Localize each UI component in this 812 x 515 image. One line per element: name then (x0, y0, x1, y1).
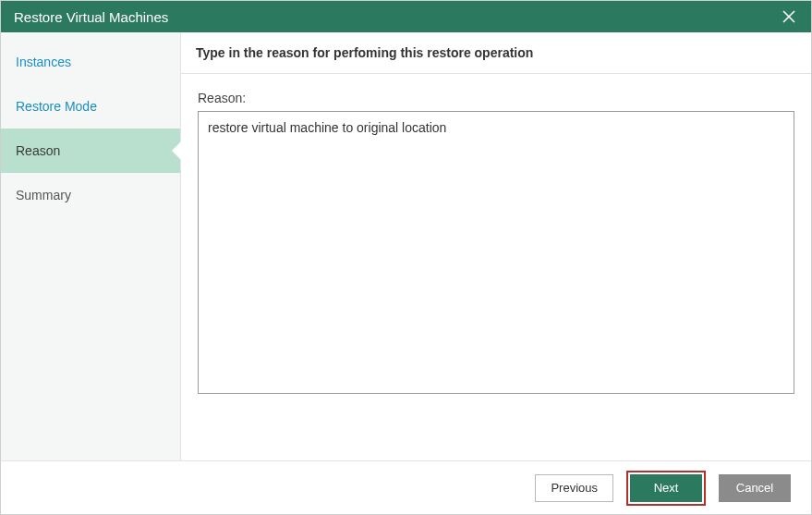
next-button[interactable]: Next (630, 474, 702, 502)
next-button-highlight: Next (626, 471, 706, 506)
close-icon[interactable] (778, 6, 800, 28)
cancel-button[interactable]: Cancel (719, 474, 791, 502)
sidebar-step-restore-mode[interactable]: Restore Mode (1, 84, 180, 129)
main-panel: Type in the reason for perfoming this re… (181, 32, 811, 460)
reason-input[interactable] (198, 111, 794, 394)
titlebar: Restore Virtual Machines (1, 1, 811, 32)
sidebar-step-label: Instances (16, 55, 71, 69)
reason-label: Reason: (198, 91, 794, 105)
previous-button[interactable]: Previous (535, 474, 613, 502)
instruction-text: Type in the reason for perfoming this re… (181, 32, 811, 74)
sidebar-step-reason[interactable]: Reason (1, 129, 180, 173)
sidebar-step-label: Restore Mode (16, 99, 97, 114)
form-area: Reason: (181, 74, 811, 460)
restore-wizard-dialog: Restore Virtual Machines Instances Resto… (0, 0, 812, 515)
wizard-sidebar: Instances Restore Mode Reason Summary (1, 32, 181, 460)
dialog-footer: Previous Next Cancel (1, 460, 811, 514)
sidebar-step-label: Reason (16, 143, 60, 158)
sidebar-step-label: Summary (16, 188, 71, 202)
dialog-body: Instances Restore Mode Reason Summary Ty… (1, 32, 811, 460)
window-title: Restore Virtual Machines (14, 9, 168, 25)
sidebar-step-summary[interactable]: Summary (1, 173, 180, 217)
sidebar-step-instances[interactable]: Instances (1, 40, 180, 84)
